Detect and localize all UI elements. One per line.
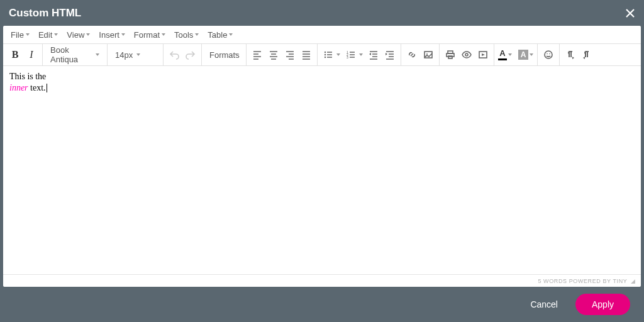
- modal-footer: Cancel Apply: [0, 287, 644, 322]
- chevron-down-icon: [229, 33, 233, 36]
- chevron-down-icon[interactable]: [359, 53, 363, 56]
- chevron-down-icon: [26, 33, 30, 36]
- toolbar: B I Book Antiqua 14px: [3, 43, 641, 66]
- menu-insert-label: Insert: [99, 30, 119, 40]
- font-family-label: Book Antiqua: [50, 45, 92, 64]
- formats-select[interactable]: Formats: [204, 47, 243, 63]
- svg-point-0: [325, 52, 326, 53]
- media-button[interactable]: [475, 47, 491, 63]
- font-size-select[interactable]: 14px: [110, 47, 160, 63]
- indent-button[interactable]: [382, 47, 398, 63]
- bg-color-button[interactable]: A: [517, 50, 535, 60]
- menu-edit[interactable]: Edit: [35, 28, 62, 42]
- svg-point-14: [547, 53, 548, 55]
- chevron-down-icon: [235, 53, 238, 56]
- undo-button[interactable]: [166, 47, 182, 63]
- menu-tools[interactable]: Tools: [170, 28, 203, 42]
- menu-view[interactable]: View: [63, 28, 94, 42]
- number-list-button[interactable]: 123: [343, 47, 359, 63]
- apply-button[interactable]: Apply: [575, 294, 630, 315]
- text-color-button[interactable]: A: [497, 50, 513, 60]
- close-icon[interactable]: [624, 7, 636, 19]
- emoji-button[interactable]: [540, 47, 557, 63]
- align-center-button[interactable]: [265, 47, 282, 63]
- preview-button[interactable]: [458, 47, 475, 63]
- content-line-1: This is the: [9, 71, 635, 82]
- status-bar: 5 WORDS POWERED BY TINY ◢: [3, 274, 641, 287]
- menu-view-label: View: [67, 30, 84, 40]
- chevron-down-icon: [96, 53, 99, 56]
- editor-container: File Edit View Insert Format Tools Table…: [3, 26, 641, 287]
- bullet-list-button[interactable]: [320, 47, 336, 63]
- svg-point-11: [465, 53, 468, 56]
- chevron-down-icon: [86, 33, 90, 36]
- menu-format-label: Format: [134, 30, 160, 40]
- chevron-down-icon: [162, 33, 165, 36]
- svg-text:3: 3: [347, 55, 348, 59]
- link-button[interactable]: [404, 47, 420, 63]
- cancel-button[interactable]: Cancel: [524, 294, 564, 314]
- resize-grip-icon[interactable]: ◢: [631, 278, 636, 284]
- chevron-down-icon: [136, 53, 140, 56]
- svg-point-7: [426, 53, 428, 55]
- formats-label: Formats: [209, 50, 231, 60]
- menubar: File Edit View Insert Format Tools Table: [3, 26, 641, 43]
- menu-table-label: Table: [208, 30, 227, 40]
- align-right-button[interactable]: [282, 47, 298, 63]
- status-text: 5 WORDS POWERED BY TINY: [538, 278, 627, 284]
- modal-titlebar: Custom HTML: [0, 0, 644, 26]
- chevron-down-icon: [530, 53, 533, 56]
- font-size-label: 14px: [115, 50, 133, 60]
- menu-file[interactable]: File: [7, 28, 33, 42]
- image-button[interactable]: [420, 47, 436, 63]
- content-line-2: inner text.: [9, 82, 635, 94]
- print-button[interactable]: [442, 47, 458, 63]
- menu-table[interactable]: Table: [204, 28, 236, 42]
- svg-rect-10: [448, 56, 452, 58]
- chevron-down-icon[interactable]: [336, 53, 340, 56]
- menu-file-label: File: [11, 30, 24, 40]
- modal-title: Custom HTML: [9, 7, 81, 19]
- chevron-down-icon: [508, 53, 512, 56]
- italic-button[interactable]: I: [23, 47, 40, 63]
- menu-tools-label: Tools: [174, 30, 193, 40]
- svg-point-15: [549, 53, 550, 55]
- rtl-button[interactable]: [579, 47, 595, 63]
- menu-insert[interactable]: Insert: [95, 28, 129, 42]
- svg-point-2: [325, 57, 326, 58]
- align-justify-button[interactable]: [298, 47, 314, 63]
- ltr-button[interactable]: [562, 47, 579, 63]
- outdent-button[interactable]: [365, 47, 382, 63]
- align-left-button[interactable]: [249, 47, 265, 63]
- svg-point-13: [545, 51, 552, 58]
- chevron-down-icon: [195, 33, 199, 36]
- font-family-select[interactable]: Book Antiqua: [45, 47, 104, 63]
- chevron-down-icon: [121, 33, 125, 36]
- redo-button[interactable]: [182, 47, 199, 63]
- menu-format[interactable]: Format: [130, 28, 169, 42]
- bold-button[interactable]: B: [7, 47, 23, 63]
- custom-html-modal: Custom HTML File Edit View Insert Format…: [0, 0, 644, 322]
- text-cursor: [47, 84, 47, 92]
- menu-edit-label: Edit: [38, 30, 52, 40]
- editor-content[interactable]: This is the inner text.: [3, 66, 641, 274]
- svg-point-1: [325, 54, 326, 55]
- chevron-down-icon: [54, 33, 58, 36]
